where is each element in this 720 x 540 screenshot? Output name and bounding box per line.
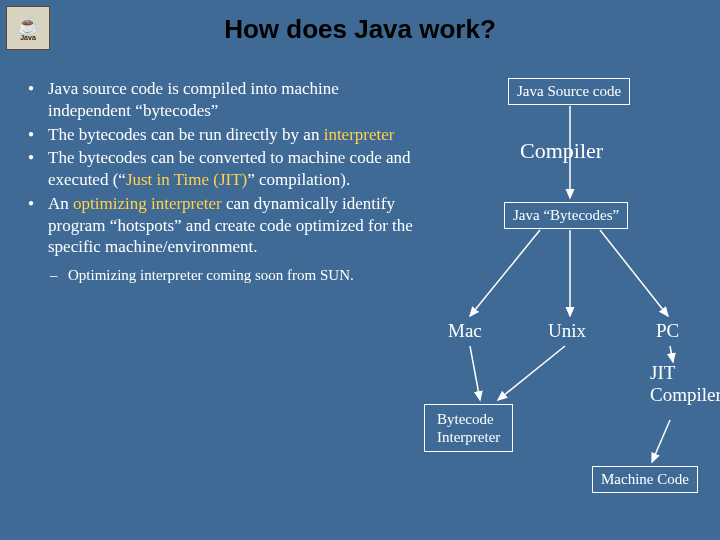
label-compiler: Compiler	[520, 138, 603, 164]
list-item: Java source code is compiled into machin…	[20, 78, 420, 122]
node-interpreter-line1: Bytecode	[437, 411, 494, 427]
label-pc: PC	[656, 320, 679, 342]
node-machine-code: Machine Code	[592, 466, 698, 493]
svg-line-4	[470, 346, 480, 400]
svg-line-5	[498, 346, 565, 400]
bullet-text: An	[48, 194, 73, 213]
node-interpreter: Bytecode Interpreter	[424, 404, 513, 452]
bullet-text: The bytecodes can be run directly by an	[48, 125, 324, 144]
svg-line-6	[670, 346, 673, 362]
node-source: Java Source code	[508, 78, 630, 105]
highlight-text: Just in Time (JIT)	[126, 170, 247, 189]
list-item: An optimizing interpreter can dynamicall…	[20, 193, 420, 258]
bullet-text: Java source code is compiled into machin…	[48, 79, 339, 120]
sub-list-item: Optimizing interpreter coming soon from …	[20, 266, 420, 285]
node-bytecodes: Java “Bytecodes”	[504, 202, 628, 229]
bullet-text: ” compilation).	[247, 170, 350, 189]
highlight-text: interpreter	[324, 125, 395, 144]
flow-diagram: Java Source code Compiler Java “Bytecode…	[420, 70, 720, 530]
list-item: The bytecodes can be converted to machin…	[20, 147, 420, 191]
svg-line-7	[652, 420, 670, 462]
bullet-list: Java source code is compiled into machin…	[20, 78, 420, 285]
label-jit: JIT Compiler	[650, 362, 720, 406]
svg-line-3	[600, 230, 668, 316]
node-interpreter-line2: Interpreter	[437, 429, 500, 445]
highlight-text: optimizing interpreter	[73, 194, 222, 213]
list-item: The bytecodes can be run directly by an …	[20, 124, 420, 146]
label-mac: Mac	[448, 320, 482, 342]
label-unix: Unix	[548, 320, 586, 342]
svg-line-1	[470, 230, 540, 316]
slide-title: How does Java work?	[0, 14, 720, 45]
